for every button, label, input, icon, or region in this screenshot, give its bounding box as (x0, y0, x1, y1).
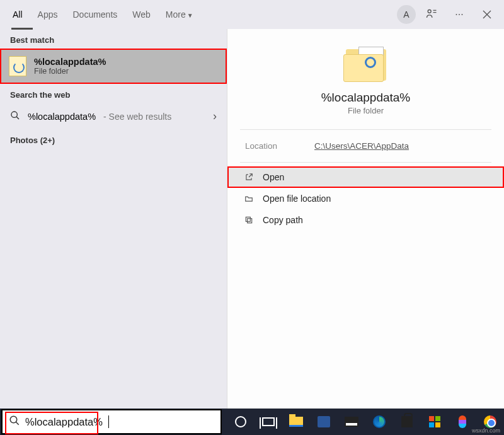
store-icon[interactable] (393, 409, 421, 435)
cortana-icon[interactable] (227, 409, 255, 435)
options-icon[interactable]: ··· (447, 3, 471, 26)
action-open-location[interactable]: Open file location (227, 188, 504, 209)
svg-rect-2 (248, 219, 252, 223)
svg-rect-3 (246, 217, 250, 221)
action-copy-path-label: Copy path (263, 215, 303, 225)
divider (240, 162, 491, 163)
results-list: Best match %localappdata% File folder Se… (0, 29, 227, 409)
task-view-icon[interactable] (255, 409, 282, 435)
best-match-title: %localappdata% (34, 57, 106, 67)
preview-title: %localappdata% (321, 91, 411, 105)
user-avatar[interactable]: A (397, 5, 416, 24)
action-open[interactable]: Open (227, 166, 504, 188)
preview-subtitle: File folder (348, 106, 384, 115)
action-open-label: Open (263, 172, 284, 182)
close-icon[interactable] (475, 3, 499, 26)
taskbar-search-input[interactable]: %localappdata% (1, 409, 222, 434)
folder-open-icon (244, 194, 254, 203)
tab-more[interactable]: More▼ (158, 3, 201, 26)
action-copy-path[interactable]: Copy path (227, 209, 504, 231)
filter-tabs: All Apps Documents Web More▼ A ··· (0, 0, 504, 29)
taskbar: %localappdata% (0, 409, 504, 435)
svg-point-1 (11, 112, 17, 117)
word-icon[interactable] (310, 409, 338, 435)
location-label: Location (245, 141, 314, 151)
chevron-right-icon: › (213, 110, 217, 123)
section-photos: Photos (2+) (0, 129, 227, 149)
ms-grid-icon[interactable] (421, 409, 449, 435)
text-cursor (108, 415, 109, 428)
file-explorer-icon[interactable] (282, 409, 310, 435)
edge-icon[interactable] (365, 409, 393, 435)
mail-icon[interactable] (338, 409, 365, 435)
location-value[interactable]: C:\Users\ACER\AppData (314, 141, 409, 151)
best-match-subtitle: File folder (34, 67, 106, 76)
tab-documents[interactable]: Documents (65, 3, 125, 26)
chevron-down-icon: ▼ (187, 12, 193, 19)
watermark: wsxdn.com (472, 427, 500, 434)
tab-apps[interactable]: Apps (30, 3, 66, 26)
web-result-item[interactable]: %localappdata% - See web results › (0, 103, 227, 129)
web-result-term: %localappdata% (28, 112, 96, 122)
svg-point-0 (428, 10, 431, 13)
open-icon (244, 173, 254, 182)
search-input-value: %localappdata% (25, 416, 103, 428)
folder-icon (9, 56, 26, 76)
svg-point-4 (10, 416, 17, 423)
search-panel: All Apps Documents Web More▼ A ··· Best … (0, 0, 504, 409)
search-icon (10, 110, 20, 123)
section-search-web: Search the web (0, 84, 227, 103)
preview-pane: %localappdata% File folder Location C:\U… (227, 29, 504, 409)
web-result-suffix: - See web results (103, 112, 171, 122)
copy-icon (244, 216, 254, 224)
active-tab-indicator (11, 28, 33, 30)
folder-large-icon (343, 45, 389, 82)
section-best-match: Best match (0, 29, 227, 49)
search-icon (9, 415, 20, 429)
actions-list: Open Open file location Copy path (227, 166, 504, 231)
action-open-location-label: Open file location (263, 194, 331, 204)
feedback-icon[interactable] (420, 3, 444, 26)
best-match-item[interactable]: %localappdata% File folder (0, 49, 227, 84)
tab-all[interactable]: All (5, 3, 30, 26)
tab-web[interactable]: Web (125, 3, 158, 26)
location-row: Location C:\Users\ACER\AppData (227, 130, 504, 162)
